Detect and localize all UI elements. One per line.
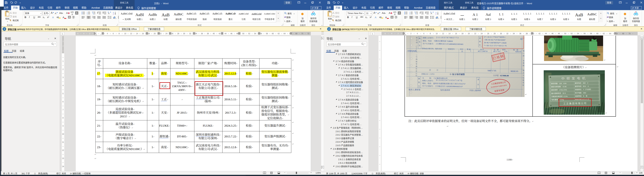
svg-text:Z: Z [436, 13, 436, 15]
svg-text:A: A [430, 12, 432, 15]
svg-text:Z: Z [113, 13, 114, 15]
svg-text:3: 3 [410, 14, 410, 15]
svg-text:3: 3 [87, 14, 88, 15]
svg-text:A: A [108, 12, 110, 15]
